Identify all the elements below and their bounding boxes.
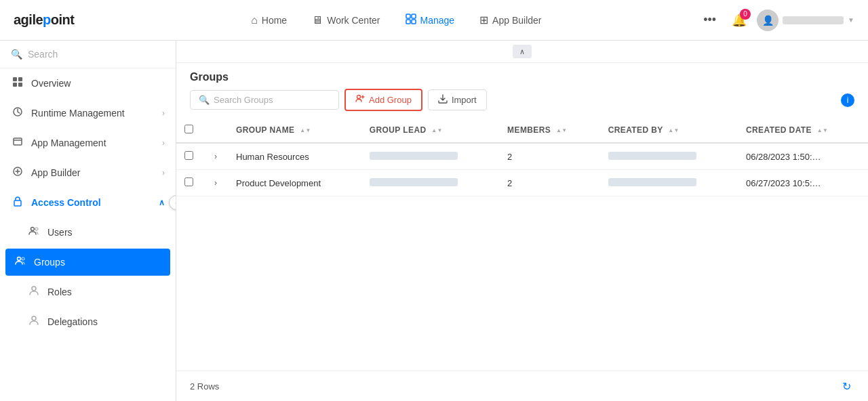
- chevron-up-icon: ∧: [159, 198, 165, 207]
- expand-header: [203, 118, 228, 143]
- main-layout: 🔍 Search Overview Runtime Management › A…: [0, 41, 868, 401]
- chevron-right-icon-3: ›: [162, 168, 165, 177]
- username: [783, 16, 844, 24]
- row2-checkbox-cell: [176, 170, 203, 196]
- row1-group-name[interactable]: Human Resources: [228, 143, 361, 170]
- svg-rect-2: [406, 20, 410, 24]
- svg-point-17: [32, 316, 36, 320]
- sidebar-item-runtime-management[interactable]: Runtime Management ›: [0, 98, 176, 128]
- sidebar-item-app-builder-label: App Builder: [31, 167, 80, 178]
- sidebar-item-access-control-label: Access Control: [31, 197, 101, 208]
- row1-members: 2: [499, 143, 600, 170]
- table-footer: 2 Rows ↻: [176, 371, 868, 401]
- row2-group-lead-blurred: [370, 178, 458, 186]
- search-groups-input[interactable]: 🔍 Search Groups: [190, 90, 339, 110]
- svg-rect-7: [18, 83, 22, 87]
- table-header: GROUP NAME ▲▼ GROUP LEAD ▲▼ MEMBERS ▲▼: [176, 118, 868, 143]
- select-all-checkbox[interactable]: [184, 125, 193, 133]
- row1-checkbox[interactable]: [184, 151, 193, 160]
- row2-group-name[interactable]: Product Development: [228, 170, 361, 196]
- app-builder-icon: ⊞: [479, 14, 488, 26]
- nav-home[interactable]: ⌂ Home: [240, 9, 298, 32]
- add-group-icon: [355, 94, 365, 106]
- sidebar-item-runtime-label: Runtime Management: [31, 108, 125, 119]
- user-avatar-area[interactable]: 👤 ▼: [757, 9, 854, 31]
- svg-rect-1: [412, 14, 416, 18]
- row2-group-lead: [361, 170, 499, 196]
- sidebar-item-users[interactable]: Users: [0, 217, 176, 247]
- add-group-button[interactable]: Add Group: [344, 89, 422, 111]
- roles-icon: [27, 285, 41, 299]
- svg-rect-6: [13, 83, 17, 87]
- main-content: ∧ Groups 🔍 Search Groups Add Group: [176, 41, 868, 401]
- sidebar-item-roles[interactable]: Roles: [0, 277, 176, 307]
- svg-rect-5: [18, 77, 22, 81]
- chevron-right-icon-2: ›: [162, 138, 165, 148]
- svg-rect-0: [406, 14, 410, 18]
- chevron-right-icon: ›: [162, 108, 165, 118]
- refresh-button[interactable]: ↻: [838, 378, 854, 394]
- table-row: › Human Resources 2 06/28/2023 1:50:…: [176, 143, 868, 170]
- group-lead-header[interactable]: GROUP LEAD ▲▼: [361, 118, 499, 143]
- search-icon: 🔍: [11, 49, 22, 60]
- nav-manage-label: Manage: [420, 15, 455, 26]
- manage-icon: [406, 14, 416, 27]
- groups-icon: [14, 255, 27, 269]
- nav-manage[interactable]: Manage: [395, 8, 466, 33]
- svg-point-18: [357, 96, 361, 99]
- search-groups-placeholder: Search Groups: [214, 95, 273, 105]
- sidebar-item-app-builder[interactable]: App Builder ›: [0, 158, 176, 188]
- sidebar-item-access-control[interactable]: Access Control ∧: [0, 188, 176, 217]
- sidebar-item-overview-label: Overview: [31, 78, 71, 89]
- import-icon: [438, 94, 448, 106]
- import-button[interactable]: Import: [428, 89, 487, 110]
- sidebar-search[interactable]: 🔍 Search: [0, 41, 176, 68]
- row2-expand-button[interactable]: ›: [212, 177, 220, 189]
- row1-group-lead-blurred: [370, 152, 458, 160]
- monitor-icon: 🖥: [312, 14, 323, 26]
- logo[interactable]: agilepoint: [14, 12, 74, 28]
- row1-created-by: [600, 143, 738, 170]
- row1-expand-cell: ›: [203, 143, 228, 170]
- svg-rect-9: [14, 138, 22, 145]
- sidebar-item-overview[interactable]: Overview: [0, 68, 176, 98]
- sidebar-item-users-label: Users: [47, 227, 73, 238]
- row1-expand-button[interactable]: ›: [212, 150, 220, 163]
- notifications-button[interactable]: 🔔 0: [732, 13, 747, 28]
- sort-icon-2: ▲▼: [431, 128, 443, 133]
- group-lead-header-label: GROUP LEAD: [370, 125, 427, 135]
- sidebar-item-delegations[interactable]: Delegations: [0, 307, 176, 337]
- group-name-header[interactable]: GROUP NAME ▲▼: [228, 118, 361, 143]
- more-button[interactable]: •••: [698, 10, 722, 30]
- members-header[interactable]: MEMBERS ▲▼: [499, 118, 600, 143]
- collapse-chevron-button[interactable]: ∧: [513, 45, 532, 58]
- app-builder-sidebar-icon: [11, 166, 24, 180]
- created-by-header[interactable]: CREATED BY ▲▼: [600, 118, 738, 143]
- sidebar-item-app-management[interactable]: App Management ›: [0, 128, 176, 158]
- svg-rect-4: [13, 77, 17, 81]
- info-button[interactable]: i: [841, 93, 854, 107]
- import-label: Import: [452, 95, 477, 105]
- created-date-header[interactable]: CREATED DATE ▲▼: [738, 118, 868, 143]
- chevron-down-icon: ▼: [848, 16, 854, 24]
- app-management-icon: [11, 136, 24, 150]
- row-count: 2 Rows: [190, 381, 219, 392]
- nav-app-builder[interactable]: ⊞ App Builder: [469, 8, 552, 32]
- runtime-icon: [11, 106, 24, 120]
- created-by-header-label: CREATED BY: [608, 125, 663, 135]
- sidebar-item-groups-label: Groups: [34, 257, 65, 268]
- svg-point-14: [18, 257, 21, 261]
- sidebar-item-groups[interactable]: Groups: [5, 249, 170, 276]
- row2-checkbox[interactable]: [184, 177, 193, 186]
- top-nav: ⌂ Home 🖥 Work Center Manage ⊞ App Builde…: [94, 8, 698, 33]
- sort-icon-3: ▲▼: [556, 128, 568, 133]
- delegations-icon: [27, 315, 41, 329]
- members-header-label: MEMBERS: [507, 125, 551, 135]
- nav-work-center[interactable]: 🖥 Work Center: [301, 9, 391, 32]
- sidebar-item-app-management-label: App Management: [31, 138, 106, 148]
- row2-created-by: [600, 170, 738, 196]
- row1-created-by-blurred: [608, 152, 696, 160]
- header-right: ••• 🔔 0 👤 ▼: [698, 9, 854, 31]
- row2-created-by-blurred: [608, 178, 696, 186]
- lock-icon: [11, 196, 24, 209]
